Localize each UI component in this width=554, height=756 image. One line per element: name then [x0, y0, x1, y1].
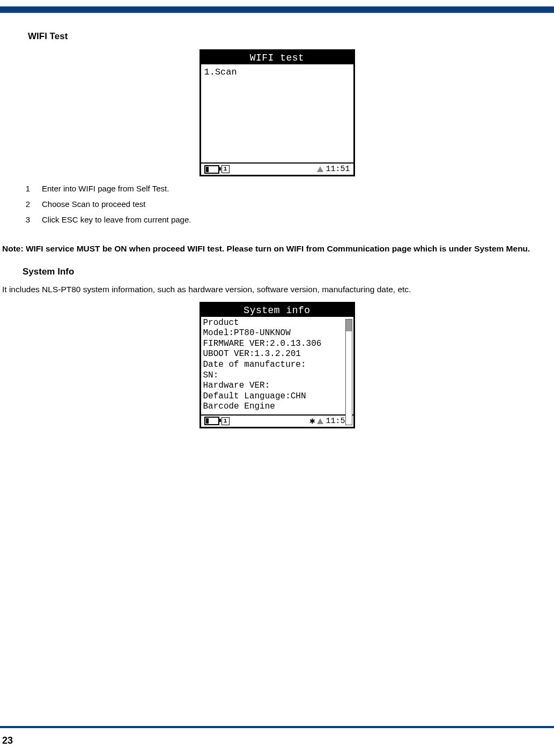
content: WIFI Test WIFI test 1.Scan 1 11:51 1 Ent: [0, 13, 554, 428]
wifi-test-heading: WIFI Test: [28, 31, 554, 42]
wifi-note: Note: WIFI service MUST be ON when proce…: [2, 243, 550, 255]
scrollbar-thumb: [346, 320, 352, 331]
wifi-steps-list: 1 Enter into WIFI page from Self Test. 2…: [20, 181, 554, 227]
sysinfo-scroll-area: Product Model:PT80-UNKNOW FIRMWARE VER:2…: [203, 318, 351, 412]
footer-rule: [0, 726, 554, 728]
step-number: 3: [20, 215, 30, 224]
sysinfo-line: Date of manufacture:: [203, 360, 351, 370]
wifi-device-body: 1.Scan: [201, 64, 353, 164]
clock-text: 11:51: [326, 165, 350, 174]
footer-rule-spacer: [0, 724, 554, 725]
sysinfo-line: Product: [203, 318, 351, 329]
list-item: 3 Click ESC key to leave from current pa…: [20, 212, 554, 227]
top-spacer: [0, 0, 554, 6]
wifi-menu-item-scan: 1.Scan: [204, 66, 350, 78]
wifi-device-screenshot: WIFI test 1.Scan 1 11:51: [200, 49, 355, 176]
statusbar-left: 1: [204, 165, 230, 174]
step-number: 2: [20, 199, 30, 209]
sysinfo-device-body: Product Model:PT80-UNKNOW FIRMWARE VER:2…: [201, 317, 353, 416]
system-info-intro: It includes NLS-PT80 system information,…: [2, 285, 554, 294]
sysinfo-line: Hardware VER:: [203, 381, 351, 391]
page: WIFI Test WIFI test 1.Scan 1 11:51 1 Ent: [0, 0, 554, 756]
sysinfo-line: Default Language:CHN: [203, 391, 351, 402]
step-text: Choose Scan to proceed test: [42, 199, 145, 209]
sysinfo-device-title: System info: [201, 303, 353, 317]
sysinfo-line: UBOOT VER:1.3.2.201: [203, 349, 351, 360]
step-text: Click ESC key to leave from current page…: [42, 215, 191, 224]
wifi-device-statusbar: 1 11:51: [201, 164, 353, 175]
sysinfo-line: Barcode Engine: [203, 402, 351, 412]
bluetooth-icon: ✱: [309, 417, 315, 426]
sysinfo-line: Model:PT80-UNKNOW: [203, 328, 351, 339]
system-info-heading: System Info: [23, 266, 554, 277]
battery-icon: [204, 417, 219, 425]
header-rule: [0, 6, 554, 13]
wifi-device-title: WIFI test: [201, 51, 353, 64]
list-item: 1 Enter into WIFI page from Self Test.: [20, 181, 554, 196]
step-text: Enter into WIFI page from Self Test.: [42, 184, 169, 193]
input-mode-indicator: 1: [221, 417, 230, 425]
statusbar-right: ✱ 11:53: [309, 417, 350, 426]
statusbar-right: 11:51: [317, 165, 350, 174]
sysinfo-device-screenshot: System info Product Model:PT80-UNKNOW FI…: [200, 302, 355, 428]
statusbar-left: 1: [204, 417, 230, 425]
step-number: 1: [20, 184, 30, 193]
page-number: 23: [2, 735, 13, 746]
input-mode-indicator: 1: [221, 165, 230, 173]
wifi-signal-icon: [317, 418, 323, 424]
sysinfo-device-statusbar: 1 ✱ 11:53: [201, 416, 353, 427]
sysinfo-line: FIRMWARE VER:2.0.13.306: [203, 339, 351, 350]
list-item: 2 Choose Scan to proceed test: [20, 196, 554, 212]
wifi-signal-icon: [317, 166, 323, 172]
battery-icon: [204, 165, 219, 174]
scrollbar: [345, 319, 352, 425]
sysinfo-line: SN:: [203, 370, 351, 381]
